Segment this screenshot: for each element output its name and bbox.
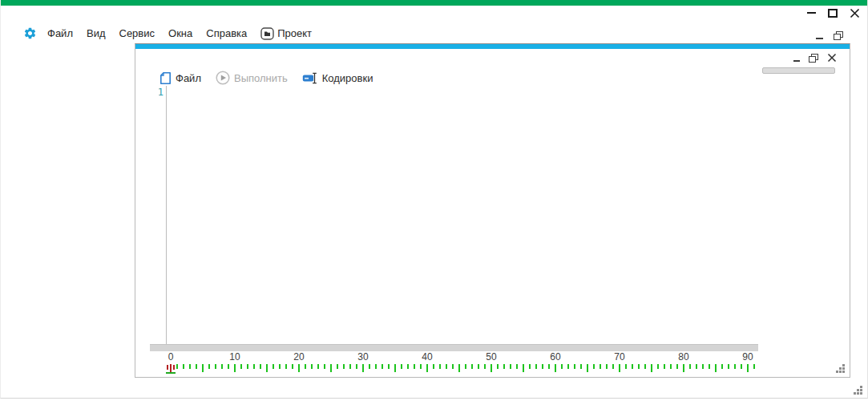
ruler-tick	[202, 364, 204, 372]
ruler-tick	[510, 364, 511, 369]
ruler-tick	[305, 364, 306, 369]
encodings-icon	[302, 72, 318, 84]
ruler-tick	[452, 364, 454, 369]
menu-item-file[interactable]: Файл	[47, 27, 73, 39]
ruler-tick	[638, 364, 640, 369]
ruler-tick	[555, 364, 556, 372]
app-maximize-button[interactable]	[825, 5, 841, 21]
editor-titlebar[interactable]	[135, 44, 850, 49]
ruler-tick	[382, 364, 383, 369]
ruler-tick	[189, 364, 191, 369]
menubar: Файл Вид Сервис Окна Справка Проект	[23, 25, 312, 42]
ruler-tick	[548, 364, 550, 369]
ruler-tick	[657, 364, 659, 369]
application-window: Файл Вид Сервис Окна Справка Проект	[0, 0, 868, 399]
ruler-tick	[721, 364, 723, 369]
gear-icon[interactable]	[23, 26, 37, 40]
ruler-tick	[683, 364, 684, 372]
editor-close-icon[interactable]	[827, 53, 837, 63]
ruler-label: 20	[293, 351, 304, 362]
ruler-tick	[439, 364, 441, 369]
ruler-tick	[196, 364, 197, 369]
ruler-tick	[311, 364, 313, 369]
toolbar-file-label: Файл	[176, 72, 201, 84]
mdi-maximized-controls	[816, 30, 843, 40]
app-resize-grip[interactable]	[854, 386, 864, 396]
app-close-button[interactable]	[846, 5, 862, 21]
ruler-tick	[465, 364, 466, 369]
ruler-tick	[343, 364, 345, 369]
mini-scrollbar[interactable]	[762, 67, 835, 74]
editor-minimize-icon[interactable]	[793, 60, 800, 62]
editor-horizontal-scrollbar[interactable]	[150, 344, 758, 351]
mdi-restore-icon[interactable]	[834, 31, 843, 40]
app-titlebar[interactable]	[1, 0, 867, 6]
marker-base	[166, 372, 176, 374]
ruler-tick	[426, 364, 428, 372]
ruler-tick	[741, 364, 742, 369]
ruler-tick	[221, 364, 223, 369]
ruler-tick	[580, 364, 582, 369]
ruler-tick	[664, 364, 665, 369]
ruler-tick	[535, 364, 537, 369]
menu-item-project[interactable]: Проект	[260, 27, 312, 40]
marker-bar	[170, 364, 172, 372]
ruler-tick	[503, 364, 505, 369]
ruler-tick	[619, 364, 620, 372]
menu-project-label: Проект	[277, 27, 312, 39]
ruler-tick	[587, 364, 588, 372]
ruler-tick	[632, 364, 633, 369]
ruler-tick	[529, 364, 531, 369]
ruler-tick	[414, 364, 415, 369]
editor-resize-grip[interactable]	[836, 364, 846, 375]
ruler-label: 40	[422, 351, 432, 362]
menu-item-windows[interactable]: Окна	[168, 27, 192, 39]
toolbar-file-button[interactable]: Файл	[159, 71, 201, 85]
menu-item-view[interactable]: Вид	[87, 27, 106, 39]
ruler-tick	[625, 364, 627, 369]
menu-item-service[interactable]: Сервис	[119, 27, 155, 39]
app-minimize-button[interactable]	[803, 5, 819, 21]
editor-window-controls	[793, 51, 837, 63]
minimize-icon	[807, 12, 816, 14]
ruler-tick	[567, 364, 569, 369]
ruler: 0102030405060708090	[135, 351, 850, 375]
ruler-tick	[253, 364, 255, 369]
restore-front-square	[834, 34, 841, 40]
menu-item-help[interactable]: Справка	[206, 27, 247, 39]
ruler-tick	[651, 364, 652, 372]
ruler-tick	[375, 364, 377, 369]
toolbar-run-button[interactable]: Выполнить	[216, 71, 288, 85]
ruler-tick	[260, 364, 261, 369]
ruler-tick	[176, 364, 178, 369]
ruler-tick	[273, 364, 274, 369]
run-icon	[216, 71, 230, 85]
ruler-tick	[324, 364, 325, 369]
editor-text-area[interactable]	[168, 86, 848, 344]
ruler-tick	[561, 364, 563, 369]
ruler-tick	[612, 364, 614, 369]
ruler-label: 80	[678, 351, 688, 362]
project-icon	[260, 27, 274, 40]
ruler-tick	[670, 364, 672, 369]
toolbar-encodings-button[interactable]: Кодировки	[302, 72, 373, 84]
file-icon	[159, 71, 172, 85]
ruler-tick	[600, 364, 601, 369]
ruler-label: 30	[357, 351, 368, 362]
toolbar-run-label: Выполнить	[234, 72, 288, 84]
ruler-tick	[433, 364, 434, 369]
app-window-controls	[803, 5, 862, 21]
editor-restore-icon[interactable]	[809, 54, 818, 63]
toolbar-encodings-label: Кодировки	[322, 72, 373, 84]
ruler-tick	[606, 364, 608, 369]
mdi-minimize-icon[interactable]	[816, 38, 823, 39]
ruler-label: 70	[614, 351, 624, 362]
ruler-label: 0	[168, 351, 174, 362]
ruler-tick	[753, 364, 755, 369]
ruler-tick	[266, 364, 268, 372]
ruler-tick	[471, 364, 473, 369]
ruler-tick	[215, 364, 216, 369]
ruler-tick	[689, 364, 691, 369]
ruler-tick	[279, 364, 281, 369]
ruler-tick	[330, 364, 332, 372]
